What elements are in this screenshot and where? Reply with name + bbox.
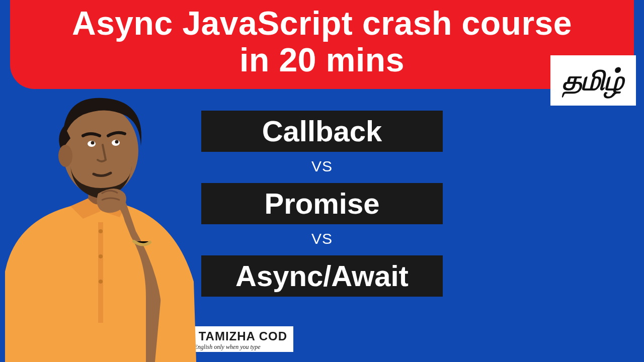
topic-promise: Promise bbox=[201, 183, 443, 224]
tamil-badge: தமிழ் bbox=[550, 55, 636, 106]
topic-async-await: Async/Await bbox=[201, 255, 443, 297]
title-line-2: in 20 mins bbox=[22, 42, 622, 78]
svg-point-3 bbox=[91, 141, 95, 145]
svg-point-8 bbox=[99, 254, 103, 258]
tamil-text: தமிழ் bbox=[562, 64, 624, 97]
topics-column: Callback VS Promise VS Async/Await bbox=[181, 111, 463, 297]
title-banner: Async JavaScript crash course in 20 mins bbox=[10, 0, 634, 89]
svg-rect-6 bbox=[98, 222, 103, 323]
topic-callback: Callback bbox=[201, 111, 443, 152]
vs-label-1: VS bbox=[311, 158, 333, 175]
svg-point-5 bbox=[115, 140, 119, 144]
svg-point-7 bbox=[99, 229, 103, 233]
svg-point-9 bbox=[99, 280, 103, 284]
person-photo bbox=[0, 80, 206, 362]
title-line-1: Async JavaScript crash course bbox=[22, 5, 622, 42]
svg-point-1 bbox=[58, 145, 72, 167]
vs-label-2: VS bbox=[311, 230, 333, 247]
